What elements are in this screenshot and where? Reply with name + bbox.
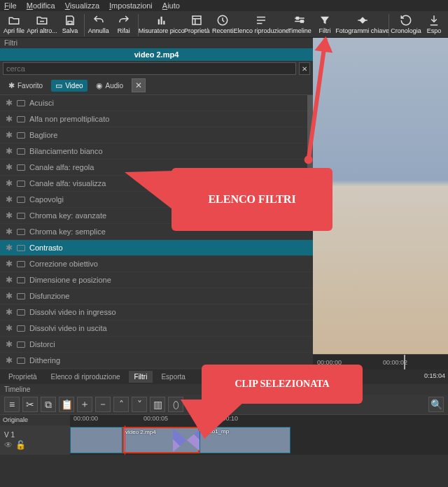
filter-row[interactable]: ✱Dissolvi video in uscita [0,320,313,337]
tool-timeline-button[interactable]: Timeline [287,13,312,35]
tool-funnel-button[interactable]: Filtri [312,13,337,35]
tl-add-button[interactable]: ＋ [77,397,92,412]
filters-list[interactable]: ✱Acuisci✱Alfa non premoltiplicato✱Baglio… [0,94,313,369]
tab-playlist[interactable]: Elenco di riproduzione [46,371,126,383]
tool-history-button[interactable]: Cronologia [391,13,421,35]
tl-down-button[interactable]: ˅ [132,397,147,412]
timeline-playhead[interactable] [125,425,125,455]
time-current: 0:15:04 [424,372,445,379]
timeline-icon [293,14,306,27]
star-icon[interactable]: ✱ [6,243,13,253]
star-icon[interactable]: ✱ [6,114,13,124]
svg-rect-6 [297,17,299,20]
filter-row[interactable]: ✱Contrasto [0,240,313,256]
monitor-icon [17,181,25,187]
star-icon[interactable]: ✱ [6,355,13,365]
menu-settings[interactable]: Impostazioni [109,1,153,10]
tool-floppy-button[interactable]: Salva [57,13,83,35]
tl-cut-button[interactable]: ✂ [22,397,38,412]
floppy-icon [64,14,76,27]
svg-rect-0 [68,22,72,24]
tab-filters[interactable]: Filtri [129,371,153,383]
star-icon[interactable]: ✱ [6,339,13,349]
tool-export-button[interactable]: Espo [421,13,447,35]
star-icon[interactable]: ✱ [6,178,13,188]
star-icon[interactable]: ✱ [6,227,13,237]
monitor-icon [17,261,25,267]
preview-panel: 00:00:00 00:00:02 0:15:04 [313,38,448,369]
monitor-icon [17,341,25,348]
filter-row[interactable]: ✱Alfa non premoltiplicato [0,111,313,127]
star-icon[interactable]: ✱ [6,162,13,172]
tl-remove-button[interactable]: － [95,397,111,412]
menu-edit[interactable]: Modifica [27,1,55,10]
tool-playlist-button[interactable]: Elenco riproduzione [235,13,287,35]
filter-row[interactable]: ✱Distorci [0,337,313,353]
filter-row[interactable]: ✱Bilanciamento bianco [0,143,313,160]
props-icon [190,14,203,27]
track-header[interactable]: V 1 👁 🔓 [0,425,70,455]
tool-redo-button[interactable]: Rifai [111,13,136,35]
star-icon[interactable]: ✱ [6,98,13,108]
tool-recent-button[interactable]: Recenti [210,13,235,35]
filter-row[interactable]: ✱Dissolvi video in ingresso [0,304,313,320]
history-icon [400,14,412,27]
funnel-icon [318,14,331,27]
monitor-icon [17,325,25,332]
clear-search-button[interactable]: ✕ [299,62,310,75]
track-lane[interactable]: video 2.mp4video1_mp [70,425,448,455]
filter-row[interactable]: ✱Bagliore [0,127,313,143]
timeline-clip[interactable] [70,427,122,453]
star-icon[interactable]: ✱ [6,211,13,220]
menu-help[interactable]: Aiuto [162,1,180,10]
filter-row[interactable]: ✱Correzione obiettivo [0,256,313,272]
star-icon[interactable]: ✱ [6,195,13,204]
star-icon[interactable]: ✱ [6,323,13,333]
tool-props-button[interactable]: Proprietà [183,13,210,35]
monitor-icon: ▭ [55,81,62,90]
star-icon[interactable]: ✱ [6,275,13,285]
star-icon[interactable]: ✱ [6,291,13,301]
close-cat-button[interactable]: ✕ [132,78,146,92]
menu-view[interactable]: Visualizza [65,1,99,10]
monitor-icon [17,132,25,139]
tl-zoom-button[interactable]: 🔍 [428,397,444,412]
filter-name: Bilanciamento bianco [29,147,103,155]
star-icon[interactable]: ✱ [6,146,13,156]
tool-folder-open-button[interactable]: Apri file [1,13,27,35]
tab-properties[interactable]: Proprietà [3,371,43,383]
tool-folder-other-button[interactable]: Apri altro... [27,13,57,35]
tl-menu-button[interactable]: ≡ [4,397,20,412]
filter-name: Canale alfa: regola [29,163,94,171]
star-icon[interactable]: ✱ [6,307,13,317]
filter-row[interactable]: ✱Disfunzione [0,288,313,304]
monitor-icon [17,100,25,106]
tl-copy-button[interactable]: ⧉ [41,397,56,412]
monitor-icon [17,116,25,122]
cat-favorite[interactable]: ✱Favorito [4,80,47,92]
tl-up-button[interactable]: ˄ [113,397,129,412]
filter-row[interactable]: ✱Dimensione e posizione [0,272,313,288]
cat-video[interactable]: ▭Video [51,80,87,92]
menu-file[interactable]: File [4,1,17,10]
star-icon[interactable]: ✱ [6,130,13,140]
svg-rect-2 [160,17,162,24]
tab-export[interactable]: Esporta [155,371,190,383]
monitor-icon [17,229,25,235]
cat-audio[interactable]: ◉Audio [92,80,128,92]
filter-row[interactable]: ✱Acuisci [0,95,313,111]
recent-icon [216,14,229,27]
track-name: V 1 [4,431,66,439]
tool-undo-button[interactable]: Annulla [86,13,111,35]
tool-meter-button[interactable]: Misuratore picco [140,13,184,35]
search-input[interactable] [3,62,296,75]
ruler-tick: 00:00:00 [74,415,98,422]
eye-icon[interactable]: 👁 [4,440,13,450]
lock-icon[interactable]: 🔓 [15,440,26,450]
star-icon[interactable]: ✱ [6,259,13,269]
tool-keyframes-button[interactable]: Fotogrammi chiave [337,13,387,35]
preview-video[interactable] [313,38,448,354]
playhead-icon[interactable] [404,355,405,369]
tl-paste-button[interactable]: 📋 [59,397,74,412]
tl-cols-button[interactable]: ▥ [150,397,165,412]
